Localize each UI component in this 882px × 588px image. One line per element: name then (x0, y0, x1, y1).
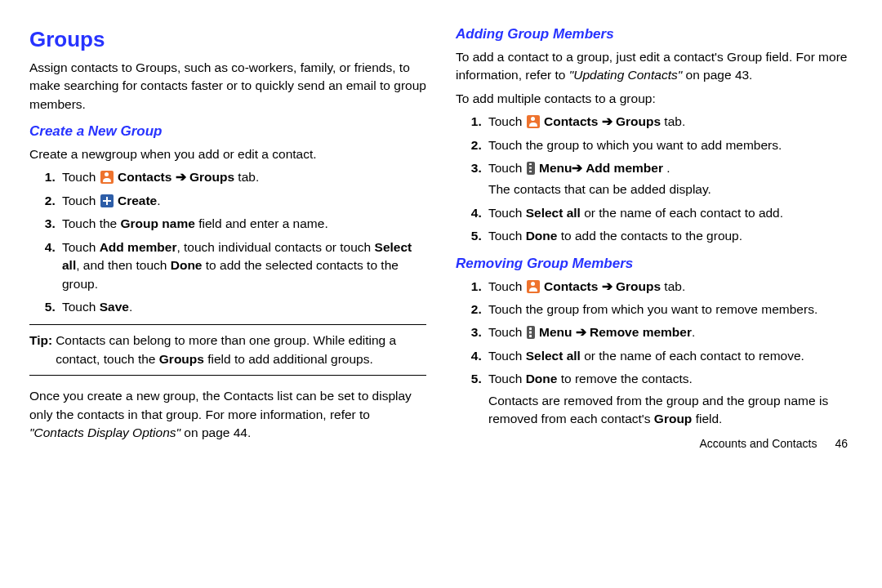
add-step-5: Touch Done to add the contacts to the gr… (485, 227, 853, 245)
footer-section: Accounts and Contacts (699, 437, 817, 450)
heading-removing-members: Removing Group Members (456, 254, 853, 274)
heading-create-group: Create a New Group (29, 122, 426, 142)
add-intro-1: To add a contact to a group, just edit a… (456, 48, 853, 85)
add-step-3: Touch Menu➔ Add member . The contacts th… (485, 159, 853, 199)
contacts-icon (527, 115, 540, 128)
remove-step-5: Touch Done to remove the contacts. Conta… (485, 370, 853, 428)
contacts-icon (527, 280, 540, 293)
remove-step-5-sub: Contacts are removed from the group and … (488, 392, 853, 429)
create-intro: Create a newgroup when you add or edit a… (29, 145, 426, 163)
add-step-1: Touch Contacts ➔ Groups tab. (485, 113, 853, 131)
page-footer: Accounts and Contacts46 (456, 435, 853, 452)
left-column: Groups Assign contacts to Groups, such a… (29, 24, 426, 452)
add-step-3-sub: The contacts that can be added display. (488, 180, 853, 198)
add-step-2: Touch the group to which you want to add… (485, 136, 853, 154)
contacts-icon (100, 171, 114, 184)
right-column: Adding Group Members To add a contact to… (456, 24, 853, 452)
tip-label: Tip: (29, 332, 56, 368)
footer-page: 46 (835, 437, 848, 450)
create-steps: Touch Contacts ➔ Groups tab. Touch Creat… (29, 168, 426, 316)
after-tip-paragraph: Once you create a new group, the Contact… (29, 387, 426, 442)
create-step-3: Touch the Group name field and enter a n… (59, 215, 426, 233)
groups-intro: Assign contacts to Groups, such as co-wo… (29, 59, 426, 114)
remove-step-3: Touch Menu ➔ Remove member. (485, 323, 853, 341)
page-columns: Groups Assign contacts to Groups, such a… (29, 24, 853, 452)
remove-steps: Touch Contacts ➔ Groups tab. Touch the g… (456, 278, 853, 429)
remove-step-1: Touch Contacts ➔ Groups tab. (485, 278, 853, 296)
heading-adding-members: Adding Group Members (456, 24, 853, 45)
create-step-1: Touch Contacts ➔ Groups tab. (59, 168, 426, 186)
tip-body: Contacts can belong to more than one gro… (56, 332, 426, 368)
remove-step-2: Touch the group from which you want to r… (485, 301, 853, 318)
tip-block: Tip: Contacts can belong to more than on… (29, 324, 426, 376)
add-steps: Touch Contacts ➔ Groups tab. Touch the g… (456, 113, 853, 246)
menu-icon (527, 326, 535, 339)
add-step-4: Touch Select all or the name of each con… (485, 204, 853, 222)
heading-groups: Groups (29, 24, 426, 56)
create-step-5: Touch Save. (59, 298, 426, 316)
remove-step-4: Touch Select all or the name of each con… (485, 347, 853, 365)
create-step-2: Touch Create. (59, 192, 426, 210)
add-intro-2: To add multiple contacts to a group: (456, 90, 853, 108)
menu-icon (527, 162, 535, 175)
create-step-4: Touch Add member, touch individual conta… (59, 238, 426, 293)
plus-icon (100, 194, 114, 207)
